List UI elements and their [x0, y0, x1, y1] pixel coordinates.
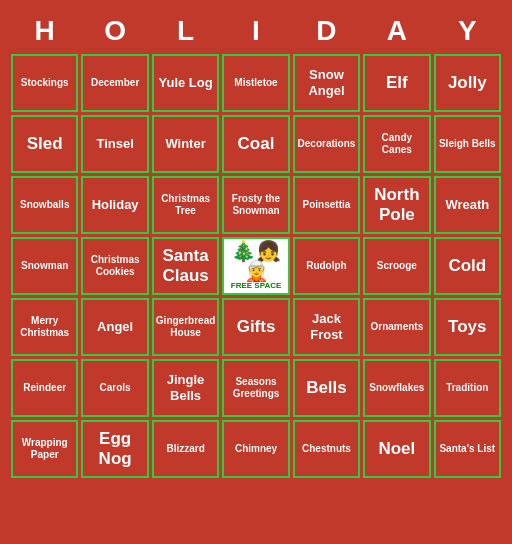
header-letter: A	[363, 11, 430, 51]
bingo-cell[interactable]: Chimney	[222, 420, 289, 478]
bingo-cell[interactable]: Tinsel	[81, 115, 148, 173]
bingo-cell[interactable]: Candy Canes	[363, 115, 430, 173]
bingo-cell[interactable]: Snowballs	[11, 176, 78, 234]
bingo-cell[interactable]: Wreath	[434, 176, 501, 234]
bingo-cell[interactable]: Jolly	[434, 54, 501, 112]
header-letter: L	[152, 11, 219, 51]
bingo-cell[interactable]: Chestnuts	[293, 420, 360, 478]
header-letter: D	[293, 11, 360, 51]
bingo-cell[interactable]: Elf	[363, 54, 430, 112]
bingo-cell[interactable]: Egg Nog	[81, 420, 148, 478]
bingo-cell[interactable]: Jack Frost	[293, 298, 360, 356]
bingo-cell[interactable]: Santa Claus	[152, 237, 219, 295]
bingo-cell[interactable]: Tradition	[434, 359, 501, 417]
bingo-cell[interactable]: Winter	[152, 115, 219, 173]
bingo-cell[interactable]: Seasons Greetings	[222, 359, 289, 417]
bingo-cell[interactable]: Poinsettia	[293, 176, 360, 234]
bingo-cell[interactable]: Snow Angel	[293, 54, 360, 112]
header-letter: H	[11, 11, 78, 51]
bingo-cell[interactable]: Holiday	[81, 176, 148, 234]
header-letter: O	[81, 11, 148, 51]
bingo-cell[interactable]: Scrooge	[363, 237, 430, 295]
bingo-cell[interactable]: Jingle Bells	[152, 359, 219, 417]
bingo-cell[interactable]: Ornaments	[363, 298, 430, 356]
bingo-cell[interactable]: Toys	[434, 298, 501, 356]
bingo-grid: StockingsDecemberYule LogMistletoeSnow A…	[11, 54, 501, 478]
bingo-card: HOLIDAY StockingsDecemberYule LogMistlet…	[3, 3, 509, 541]
bingo-cell[interactable]: Decorations	[293, 115, 360, 173]
bingo-cell[interactable]: Sled	[11, 115, 78, 173]
bingo-cell[interactable]: North Pole	[363, 176, 430, 234]
bingo-cell[interactable]: Yule Log	[152, 54, 219, 112]
bingo-cell[interactable]: Stockings	[11, 54, 78, 112]
bingo-cell[interactable]: 🎄👧🧝 FREE SPACE	[222, 237, 289, 295]
bingo-cell[interactable]: Noel	[363, 420, 430, 478]
bingo-cell[interactable]: Carols	[81, 359, 148, 417]
bingo-cell[interactable]: Blizzard	[152, 420, 219, 478]
bingo-cell[interactable]: Snowman	[11, 237, 78, 295]
bingo-cell[interactable]: Bells	[293, 359, 360, 417]
bingo-cell[interactable]: Rudolph	[293, 237, 360, 295]
bingo-cell[interactable]: Coal	[222, 115, 289, 173]
header-row: HOLIDAY	[11, 11, 501, 51]
bingo-cell[interactable]: Mistletoe	[222, 54, 289, 112]
bingo-cell[interactable]: Christmas Tree	[152, 176, 219, 234]
bingo-cell[interactable]: Merry Christmas	[11, 298, 78, 356]
bingo-cell[interactable]: December	[81, 54, 148, 112]
bingo-cell[interactable]: Christmas Cookies	[81, 237, 148, 295]
bingo-cell[interactable]: Sleigh Bells	[434, 115, 501, 173]
bingo-cell[interactable]: Frosty the Snowman	[222, 176, 289, 234]
bingo-cell[interactable]: Snowflakes	[363, 359, 430, 417]
header-letter: I	[222, 11, 289, 51]
bingo-cell[interactable]: Angel	[81, 298, 148, 356]
bingo-cell[interactable]: Cold	[434, 237, 501, 295]
header-letter: Y	[434, 11, 501, 51]
bingo-cell[interactable]: Wrapping Paper	[11, 420, 78, 478]
bingo-cell[interactable]: Santa's List	[434, 420, 501, 478]
bingo-cell[interactable]: Gingerbread House	[152, 298, 219, 356]
bingo-cell[interactable]: Gifts	[222, 298, 289, 356]
bingo-cell[interactable]: Reindeer	[11, 359, 78, 417]
